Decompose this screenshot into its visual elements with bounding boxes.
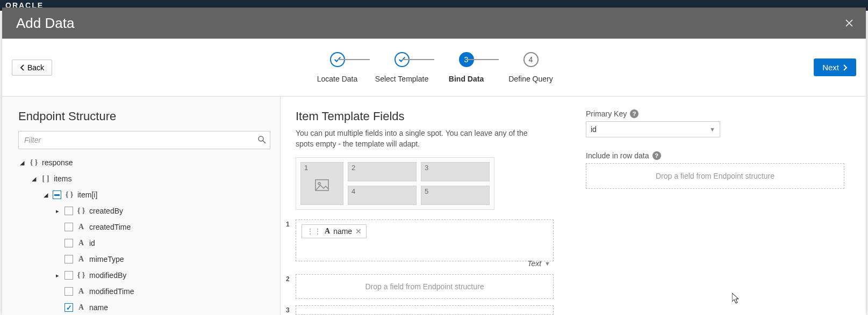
modal-header: Add Data [2,8,866,39]
stepper: Locate Data Select Template 3 Bind Data … [305,52,563,83]
primary-key-select[interactable]: id ▼ [586,121,720,137]
drag-handle-icon[interactable]: ⋮⋮ [306,227,321,236]
chip-label: name [333,227,352,236]
modal-body: Endpoint Structure ◢ { } response ◢ [ ] … [2,97,866,315]
slot-number: 1 [286,221,290,228]
step-label: Select Template [375,75,428,83]
expand-icon[interactable]: ▸ [54,208,61,215]
checkbox[interactable] [64,239,73,247]
collapse-icon[interactable]: ◢ [18,159,26,166]
step-define-query[interactable]: 4 Define Query [499,52,563,83]
preview-slot-2: 2 [348,162,417,181]
dropzone-placeholder: Drop a field from Endpoint structure [656,172,774,180]
toolbar: Back Locate Data Select Template 3 Bind … [2,39,866,97]
include-row-data-label: Include in row data ? [586,151,844,160]
template-slot-preview: 1 2 3 4 5 [296,157,494,210]
slot-number: 3 [286,306,290,314]
field-slot-1: 1 ⋮⋮ A name ✕ Text ▼ [296,219,554,268]
collapse-icon[interactable]: ◢ [42,192,49,199]
field-chip-name[interactable]: ⋮⋮ A name ✕ [302,224,367,238]
image-icon [315,179,329,191]
svg-point-0 [259,136,263,141]
string-icon: A [76,223,86,231]
checkbox[interactable] [64,287,73,296]
tree-node-createdtime[interactable]: A createdTime [18,219,270,235]
checkbox[interactable] [64,255,73,263]
field-slot-3: 3 [296,305,554,315]
checkbox-checked[interactable] [64,303,73,312]
chevron-left-icon [20,64,25,71]
item-template-desc: You can put multiple fields into a singl… [296,128,543,150]
chevron-right-icon [842,64,848,71]
checkbox[interactable] [64,207,73,215]
object-icon: { } [76,271,86,280]
primary-key-value: id [591,125,597,134]
preview-slot-5: 5 [421,186,490,205]
include-row-data-dropzone[interactable]: Drop a field from Endpoint structure [586,163,844,189]
expand-icon[interactable]: ▸ [54,272,61,279]
dropzone-placeholder: Drop a field from Endpoint structure [365,282,484,291]
object-icon: { } [64,191,74,199]
step-number: 4 [523,52,539,67]
filter-input[interactable] [18,131,270,149]
chevron-down-icon: ▼ [544,260,550,267]
item-template-fields: Item Template Fields You can put multipl… [296,109,554,315]
modal-title: Add Data [16,15,74,32]
object-icon: { } [76,207,86,215]
checkbox[interactable] [64,271,73,280]
slot-number: 2 [286,275,290,283]
preview-slot-3: 3 [421,162,490,181]
checkbox-mixed[interactable] [53,191,61,199]
step-locate-data[interactable]: Locate Data [305,52,370,83]
tree-node-response[interactable]: ◢ { } response [18,155,270,171]
endpoint-structure-title: Endpoint Structure [18,109,270,123]
tree-node-itemi[interactable]: ◢ { } item[i] [18,187,270,203]
svg-point-2 [318,182,320,185]
endpoint-structure-panel: Endpoint Structure ◢ { } response ◢ [ ] … [2,97,281,315]
slot-type-selector[interactable]: Text ▼ [296,259,554,268]
string-icon: A [76,255,86,263]
close-icon [845,19,853,27]
help-icon[interactable]: ? [630,109,639,118]
dropzone-slot-3[interactable] [296,305,554,315]
tree-node-modifiedby[interactable]: ▸ { } modifiedBy [18,267,270,283]
next-button[interactable]: Next [814,58,856,76]
step-label: Define Query [508,75,553,83]
tree-node-name[interactable]: A name [18,299,270,315]
chip-remove-icon[interactable]: ✕ [355,227,362,236]
tree-node-id[interactable]: A id [18,235,270,251]
step-label: Locate Data [317,75,358,83]
preview-slot-4: 4 [348,186,417,205]
right-panel: Item Template Fields You can put multipl… [281,97,866,315]
chevron-down-icon: ▼ [709,126,715,133]
endpoint-tree: ◢ { } response ◢ [ ] items ◢ { } item[i]… [18,155,270,315]
close-button[interactable] [843,17,855,29]
tree-node-createdby[interactable]: ▸ { } createdBy [18,203,270,219]
string-icon: A [325,227,330,236]
search-icon[interactable] [257,135,266,146]
primary-key-label: Primary Key ? [586,109,844,118]
object-icon: { } [29,158,39,167]
checkbox[interactable] [64,223,73,231]
back-label: Back [27,63,44,72]
string-icon: A [76,239,86,247]
collapse-icon[interactable]: ◢ [30,175,38,182]
back-button[interactable]: Back [12,60,52,76]
step-label: Bind Data [449,75,484,83]
step-bind-data[interactable]: 3 Bind Data [434,52,499,83]
string-icon: A [76,303,86,312]
add-data-modal: Add Data Back Locate Data Select Templat… [2,8,866,315]
step-select-template[interactable]: Select Template [370,52,434,83]
tree-node-mimetype[interactable]: A mimeType [18,251,270,267]
item-template-title: Item Template Fields [296,109,554,123]
field-slot-2: 2 Drop a field from Endpoint structure [296,274,554,299]
next-label: Next [822,63,839,72]
tree-node-items[interactable]: ◢ [ ] items [18,171,270,187]
dropzone-slot-2[interactable]: Drop a field from Endpoint structure [296,274,554,299]
help-icon[interactable]: ? [652,151,661,160]
right-side-panel: Primary Key ? id ▼ Include in row data ?… [586,109,844,315]
preview-slot-1: 1 [300,162,343,205]
tree-node-modifiedtime[interactable]: A modifiedTime [18,283,270,299]
string-icon: A [76,287,86,296]
dropzone-slot-1[interactable]: ⋮⋮ A name ✕ [296,219,554,261]
